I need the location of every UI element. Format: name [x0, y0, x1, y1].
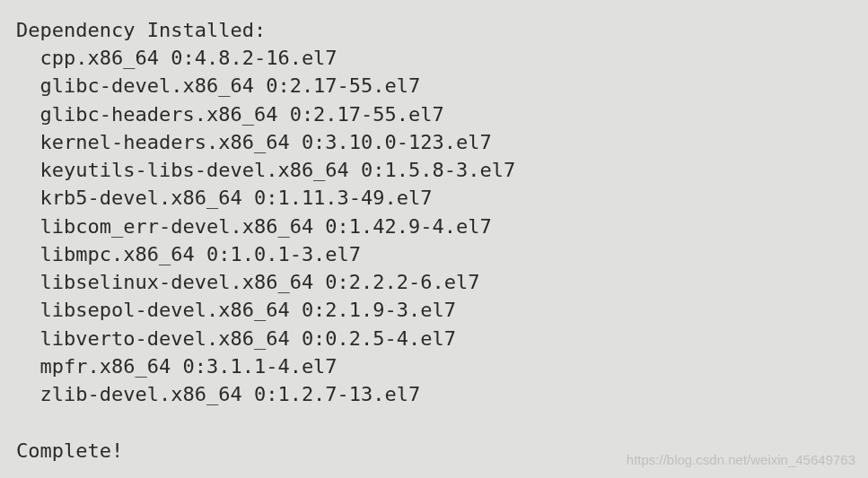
package-line: kernel-headers.x86_64 0:3.10.0-123.el7: [16, 128, 868, 156]
package-line: libverto-devel.x86_64 0:0.2.5-4.el7: [16, 325, 868, 352]
package-line: glibc-devel.x86_64 0:2.17-55.el7: [16, 72, 868, 100]
dependency-header: Dependency Installed:: [16, 16, 868, 44]
package-line: keyutils-libs-devel.x86_64 0:1.5.8-3.el7: [16, 156, 868, 184]
package-line: glibc-headers.x86_64 0:2.17-55.el7: [16, 100, 868, 128]
package-list: cpp.x86_64 0:4.8.2-16.el7glibc-devel.x86…: [16, 44, 868, 408]
package-line: libsepol-devel.x86_64 0:2.1.9-3.el7: [16, 296, 868, 324]
package-line: zlib-devel.x86_64 0:1.2.7-13.el7: [16, 380, 868, 408]
package-line: libmpc.x86_64 0:1.0.1-3.el7: [16, 240, 868, 268]
watermark: https://blog.csdn.net/weixin_45649763: [627, 450, 855, 469]
package-line: libselinux-devel.x86_64 0:2.2.2-6.el7: [16, 268, 868, 296]
package-line: cpp.x86_64 0:4.8.2-16.el7: [16, 44, 868, 72]
package-line: krb5-devel.x86_64 0:1.11.3-49.el7: [16, 184, 868, 212]
package-line: mpfr.x86_64 0:3.1.1-4.el7: [16, 352, 868, 380]
blank-line: [16, 408, 868, 436]
package-line: libcom_err-devel.x86_64 0:1.42.9-4.el7: [16, 213, 868, 240]
